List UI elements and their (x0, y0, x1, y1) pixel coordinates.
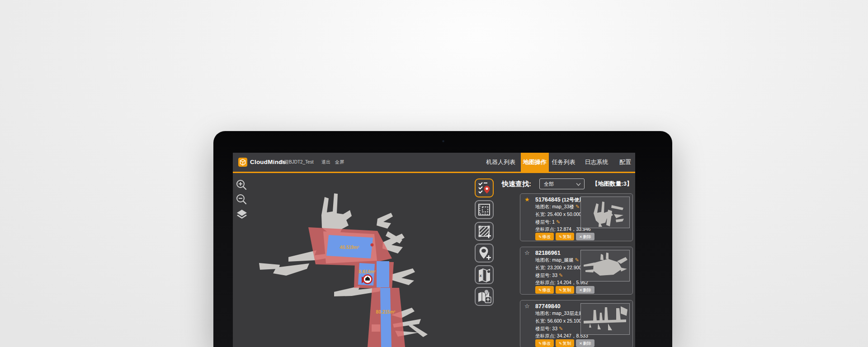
edit-pencil-icon: ✎ (538, 234, 542, 239)
edit-pencil-icon[interactable]: ✎ (559, 272, 563, 278)
tool-task-list-pin[interactable] (475, 178, 494, 197)
copy-button[interactable]: ✎复制 (556, 339, 574, 347)
delete-button[interactable]: ✕删除 (576, 339, 594, 347)
star-icon[interactable]: ☆ (524, 303, 530, 309)
content-area: 40.519m² 8.614m² 80.215m² (233, 174, 635, 347)
svg-text:x: x (480, 273, 482, 278)
nav-item-robot-list[interactable]: 机器人列表 (486, 153, 515, 172)
quick-find-label: 快速查找: (502, 180, 531, 188)
tool-map-manage[interactable]: x (475, 265, 494, 284)
map-card: ☆ 87749840 地图名: map_33层走廊 ✎ 长宽: 56.600 x… (520, 300, 633, 347)
area-label-1: 40.519m² (340, 245, 359, 250)
floor-row: 楼层号: 33 ✎ (535, 272, 563, 279)
zoom-out-button[interactable] (236, 193, 247, 205)
logout-link[interactable]: 退出 (321, 153, 330, 172)
size-row: 长宽: 25.400 x 50.000 (535, 211, 581, 218)
edit-pencil-icon: ✎ (559, 288, 562, 292)
chevron-down-icon (576, 183, 581, 186)
edit-button[interactable]: ✎修改 (535, 339, 554, 347)
map-id: 87749840 (535, 303, 561, 309)
nav-item-task-list[interactable]: 任务列表 (552, 153, 576, 172)
door-marker (371, 244, 374, 247)
zoom-in-button[interactable] (236, 179, 247, 191)
tool-map-upload[interactable] (475, 287, 494, 306)
fullscreen-link[interactable]: 全屏 (335, 153, 344, 172)
tool-point-add[interactable] (475, 244, 494, 263)
cloudminds-logo-icon (238, 158, 247, 167)
lidar-gray-shapes (259, 193, 428, 337)
delete-icon: ✕ (579, 234, 582, 239)
map-thumbnail[interactable] (580, 197, 630, 228)
floor-row: 楼层号: 33 ✎ (535, 326, 563, 332)
edit-button[interactable]: ✎修改 (535, 233, 554, 240)
edit-pencil-icon[interactable]: ✎ (556, 219, 560, 225)
tool-virtual-wall-add[interactable] (475, 222, 494, 241)
size-row: 长宽: 23.200 x 22.900 (535, 265, 581, 271)
webcam-dot (442, 140, 444, 142)
delete-icon: ✕ (579, 288, 582, 292)
map-count-text: 【地图数量:3】 (592, 180, 632, 188)
edit-pencil-icon: ✎ (538, 341, 542, 346)
star-icon[interactable]: ☆ (524, 249, 530, 256)
nav-item-log-system[interactable]: 日志系统 (585, 153, 609, 172)
area-label-2: 8.614m² (359, 269, 376, 274)
area-label-3: 80.215m² (376, 309, 396, 314)
layers-button[interactable] (236, 209, 248, 220)
navbar: CloudMinds 欢迎BJDT2_Test 退出 全屏 机器人列表 地图操作… (233, 153, 635, 173)
delete-icon: ✕ (579, 341, 582, 346)
map-canvas[interactable]: 40.519m² 8.614m² 80.215m² (233, 174, 497, 347)
map-name-row: 地图名: map_33楼 ✎ (535, 204, 580, 210)
edit-pencil-icon: ✎ (559, 341, 562, 346)
floor-row: 楼层号: 1 ✎ (535, 219, 560, 225)
map-card: ☆ 82186961 地图名: map_腿腿 ✎ 长宽: 23.200 x 22… (520, 247, 633, 295)
nav-item-map-ops[interactable]: 地图操作 (521, 153, 549, 172)
edit-pencil-icon[interactable]: ✎ (575, 257, 579, 263)
quick-find-value: 全部 (544, 181, 554, 187)
edit-pencil-icon[interactable]: ✎ (576, 204, 580, 209)
edit-pencil-icon: ✎ (538, 288, 542, 292)
delete-button[interactable]: ✕删除 (576, 286, 594, 294)
quick-find-select[interactable]: 全部 (539, 178, 585, 189)
size-row: 长宽: 56.600 x 25.100 (535, 318, 581, 324)
map-name-row: 地图名: map_腿腿 ✎ (535, 257, 579, 263)
delete-button[interactable]: ✕删除 (576, 233, 594, 240)
nav-item-config[interactable]: 配置 (619, 153, 632, 172)
edit-pencil-icon[interactable]: ✎ (559, 326, 563, 331)
map-id: 82186961 (535, 250, 561, 256)
star-icon[interactable]: ★ (524, 196, 530, 203)
edit-pencil-icon: ✎ (559, 234, 562, 239)
welcome-text: 欢迎BJDT2_Test (280, 153, 313, 172)
app-screen: CloudMinds 欢迎BJDT2_Test 退出 全屏 机器人列表 地图操作… (233, 153, 635, 347)
copy-button[interactable]: ✎复制 (556, 286, 574, 294)
edit-button[interactable]: ✎修改 (535, 286, 554, 294)
copy-button[interactable]: ✎复制 (556, 233, 574, 240)
laptop-frame: CloudMinds 欢迎BJDT2_Test 退出 全屏 机器人列表 地图操作… (213, 131, 672, 347)
map-thumbnail[interactable] (580, 250, 630, 281)
tool-area-measure[interactable] (475, 200, 494, 219)
map-thumbnail[interactable] (580, 303, 630, 335)
map-card: ★ 51764845 (12号使用中) 地图名: map_33楼 ✎ 长宽: 2… (520, 193, 633, 241)
